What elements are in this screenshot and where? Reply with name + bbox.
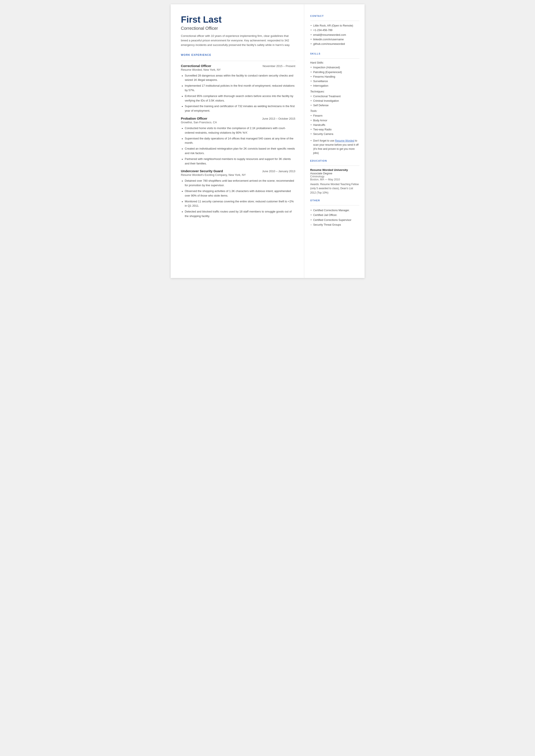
- list-item: Handcuffs: [310, 123, 359, 127]
- job-3-bullets: Detained over 780 shoplifters until law …: [181, 179, 296, 218]
- contact-location: Little Rock, AR (Open to Remote): [310, 23, 359, 28]
- job-1-title: Correctional Officer: [181, 64, 211, 68]
- work-experience-divider: [181, 61, 296, 61]
- edu-field: Criminology: [310, 175, 359, 178]
- list-item: Self Defense: [310, 103, 359, 108]
- resume-worded-link[interactable]: Resume Worded: [335, 139, 354, 142]
- job-3-title: Undercover Security Guard: [181, 169, 223, 173]
- list-item: Certified Jail Officer.: [310, 213, 359, 218]
- list-item: Firearms Handling: [310, 74, 359, 79]
- list-item: Partnered with neighborhood members to s…: [181, 157, 296, 166]
- list-item: Inspection (Advanced): [310, 65, 359, 70]
- candidate-name: First Last: [181, 14, 296, 25]
- job-2-dates: June 2013 – October 2015: [262, 117, 296, 120]
- list-item: Interrogation: [310, 84, 359, 88]
- job-3: Undercover Security Guard June 2010 – Ja…: [181, 169, 296, 218]
- work-experience-label: WORK EXPERIENCE: [181, 53, 296, 58]
- job-1: Correctional Officer November 2015 – Pre…: [181, 64, 296, 113]
- job-2-company: Growthsi, San Francisco, CA: [181, 121, 296, 124]
- list-item: Surveillance: [310, 79, 359, 84]
- other-list: Certified Corrections Manager. Certified…: [310, 208, 359, 227]
- candidate-summary: Correctional officer with 10 years of ex…: [181, 34, 296, 47]
- list-item: Monitored 11 security cameras covering t…: [181, 199, 296, 209]
- list-item: Observed the shopping activities of 1.3K…: [181, 189, 296, 198]
- list-item: Detected and blocked traffic routes used…: [181, 210, 296, 218]
- job-3-company: Resume Worded's Exciting Company, New Yo…: [181, 173, 296, 177]
- techniques-label: Techniques:: [310, 90, 359, 93]
- job-1-company: Resume Worded, New York, NY: [181, 68, 296, 71]
- contact-label: CONTACT: [310, 14, 359, 18]
- job-2-bullets: Conducted home visits to monitor the com…: [181, 126, 296, 166]
- list-item: Certified Corrections Manager.: [310, 208, 359, 213]
- education-divider: [310, 165, 359, 166]
- list-item: Two-way Radio: [310, 127, 359, 132]
- edu-location-date: Boston, MA — May 2010: [310, 178, 359, 181]
- tools-label: Tools:: [310, 109, 359, 113]
- contact-linkedin[interactable]: linkedin.com/in/username: [310, 37, 359, 42]
- list-item: Correctional Treatment: [310, 94, 359, 99]
- list-item: Detained over 780 shoplifters until law …: [181, 179, 296, 188]
- edu-degree: Associate Degree: [310, 172, 359, 175]
- skills-label: SKILLS: [310, 52, 359, 56]
- candidate-title: Correctional Officer: [181, 26, 296, 31]
- list-item: Criminal Investigation: [310, 99, 359, 103]
- job-1-bullets: Surveilled 28 dangerous areas within the…: [181, 73, 296, 113]
- job-3-header: Undercover Security Guard June 2010 – Ja…: [181, 169, 296, 173]
- contact-github[interactable]: github.com/resumeworded: [310, 42, 359, 46]
- hard-skills-list: Inspection (Advanced) Patrolling (Experi…: [310, 65, 359, 88]
- list-item: Implemented 17 institutional policies in…: [181, 84, 296, 93]
- job-2-title: Probation Officer: [181, 117, 208, 120]
- skills-note-text: Don't forget to use: [313, 139, 335, 142]
- list-item: Firearm: [310, 114, 359, 118]
- list-item: Conducted home visits to monitor the com…: [181, 126, 296, 135]
- job-2-header: Probation Officer June 2013 – October 20…: [181, 117, 296, 120]
- job-1-dates: November 2015 – Present: [263, 65, 296, 68]
- job-3-dates: June 2010 – January 2013: [262, 170, 296, 173]
- contact-list: Little Rock, AR (Open to Remote) +1-234-…: [310, 23, 359, 46]
- education-label: EDUCATION: [310, 159, 359, 163]
- list-item: Created an individualized reintegration …: [181, 147, 296, 155]
- tools-list: Firearm Body Armor Handcuffs Two-way Rad…: [310, 114, 359, 136]
- list-item: Supervised the training and certificatio…: [181, 104, 296, 113]
- list-item: Enforced 95% compliance with thorough se…: [181, 94, 296, 103]
- list-item: Security Camera: [310, 132, 359, 136]
- contact-email[interactable]: email@resumeworded.com: [310, 33, 359, 37]
- list-item: Body Armor: [310, 118, 359, 123]
- skills-divider: [310, 58, 359, 59]
- list-item: Surveilled 28 dangerous areas within the…: [181, 73, 296, 83]
- edu-school: Resume Worded University: [310, 168, 359, 172]
- techniques-list: Correctional Treatment Criminal Investig…: [310, 94, 359, 108]
- resume-page: First Last Correctional Officer Correcti…: [171, 4, 365, 278]
- hard-skills-label: Hard Skills:: [310, 61, 359, 64]
- other-label: OTHER: [310, 199, 359, 203]
- list-item: Certified Corrections Supervisor: [310, 218, 359, 223]
- contact-phone: +1-234-456-789: [310, 28, 359, 33]
- list-item: Security Threat Groups: [310, 222, 359, 227]
- list-item: Patrolling (Experienced): [310, 70, 359, 74]
- list-item: Supervised the daily operations of 14 of…: [181, 136, 296, 146]
- left-column: First Last Correctional Officer Correcti…: [171, 4, 304, 278]
- right-column: CONTACT Little Rock, AR (Open to Remote)…: [304, 4, 365, 278]
- edu-awards: Awards: Resume Worded Teaching Fellow (o…: [310, 182, 359, 195]
- job-1-header: Correctional Officer November 2015 – Pre…: [181, 64, 296, 68]
- job-2: Probation Officer June 2013 – October 20…: [181, 117, 296, 166]
- skills-note: Don't forget to use Resume Worded to sca…: [310, 139, 359, 155]
